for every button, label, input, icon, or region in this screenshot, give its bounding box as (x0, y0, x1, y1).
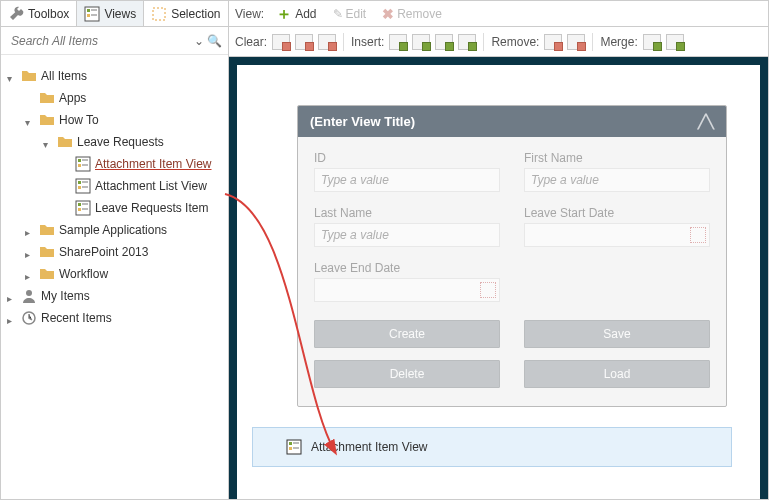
remove-view-button[interactable]: ✖Remove (378, 4, 446, 24)
btn-label: Remove (397, 7, 442, 21)
svg-rect-20 (82, 208, 88, 210)
tree-leave-requests[interactable]: Leave Requests (41, 131, 224, 153)
load-button[interactable]: Load (524, 360, 710, 388)
tree-label: SharePoint 2013 (59, 245, 148, 259)
tree: All Items Apps How To Leave Requests Att… (1, 55, 228, 499)
svg-rect-27 (293, 447, 299, 449)
clear-col-icon[interactable] (295, 34, 313, 50)
tab-label: Toolbox (28, 7, 69, 21)
insert-col-right-icon[interactable] (458, 34, 476, 50)
tree-sample-apps[interactable]: Sample Applications (23, 219, 224, 241)
tree-apps[interactable]: Apps (23, 87, 224, 109)
tree-attachment-item-view[interactable]: Attachment Item View (59, 153, 224, 175)
search-row: ⌄ 🔍 (1, 27, 228, 55)
remove-row-icon[interactable] (544, 34, 562, 50)
clear-label: Clear: (235, 35, 267, 49)
merge-down-icon[interactable] (666, 34, 684, 50)
tree-label: Attachment List View (95, 179, 207, 193)
edit-view-button[interactable]: ✎Edit (329, 5, 371, 23)
folder-icon (39, 112, 55, 128)
save-button[interactable]: Save (524, 320, 710, 348)
id-input[interactable] (314, 168, 500, 192)
tab-label: Selection (171, 7, 220, 21)
tab-selection[interactable]: Selection (144, 1, 228, 26)
svg-rect-17 (78, 203, 81, 206)
btn-label: Add (295, 7, 316, 21)
selection-icon (151, 6, 167, 22)
clear-row-icon[interactable] (272, 34, 290, 50)
tree-all-items[interactable]: All Items (5, 65, 224, 87)
svg-rect-19 (82, 203, 88, 205)
folder-icon (39, 90, 55, 106)
insert-col-left-icon[interactable] (435, 34, 453, 50)
add-view-button[interactable]: ＋Add (272, 5, 320, 23)
tree-label: Workflow (59, 267, 108, 281)
tree-attachment-list-view[interactable]: Attachment List View (59, 175, 224, 197)
search-icon[interactable]: 🔍 (206, 34, 222, 48)
insert-row-below-icon[interactable] (412, 34, 430, 50)
tree-sharepoint[interactable]: SharePoint 2013 (23, 241, 224, 263)
clear-cell-icon[interactable] (318, 34, 336, 50)
tree-label: Leave Requests (77, 135, 164, 149)
label: ID (314, 151, 500, 165)
svg-rect-10 (82, 164, 88, 166)
svg-point-21 (26, 290, 32, 296)
merge-right-icon[interactable] (643, 34, 661, 50)
tree-label: Recent Items (41, 311, 112, 325)
label: Leave End Date (314, 261, 500, 275)
left-tabstrip: Toolbox Views Selection (1, 1, 228, 27)
collapse-icon[interactable]: ╱╲ (698, 114, 714, 129)
tab-toolbox[interactable]: Toolbox (1, 1, 77, 26)
tree-recent-items[interactable]: Recent Items (5, 307, 224, 329)
view-title-bar[interactable]: (Enter View Title) ╱╲ (298, 106, 726, 137)
tree-workflow[interactable]: Workflow (23, 263, 224, 285)
view-icon (283, 436, 305, 458)
tree-howto[interactable]: How To (23, 109, 224, 131)
folder-icon (57, 134, 73, 150)
first-name-input[interactable] (524, 168, 710, 192)
svg-rect-13 (78, 186, 81, 189)
folder-icon (39, 222, 55, 238)
delete-button[interactable]: Delete (314, 360, 500, 388)
tab-label: Views (104, 7, 136, 21)
tree-leave-requests-item[interactable]: Leave Requests Item (59, 197, 224, 219)
plus-icon: ＋ (276, 8, 292, 20)
view-title-text: (Enter View Title) (310, 114, 415, 129)
drop-zone[interactable]: Attachment Item View (252, 427, 732, 467)
svg-rect-2 (87, 14, 90, 17)
svg-rect-15 (82, 186, 88, 188)
view-label: View: (235, 7, 264, 21)
field-first-name: First Name (524, 151, 710, 192)
search-input[interactable] (9, 33, 192, 49)
views-icon (84, 6, 100, 22)
tree-label: How To (59, 113, 99, 127)
field-leave-end: Leave End Date (314, 261, 500, 302)
design-canvas[interactable]: (Enter View Title) ╱╲ ID First Name Last… (237, 65, 760, 499)
leave-end-input[interactable] (314, 278, 500, 302)
pencil-icon: ✎ (333, 7, 343, 21)
svg-rect-3 (91, 9, 97, 11)
remove-col-icon[interactable] (567, 34, 585, 50)
svg-rect-26 (293, 442, 299, 444)
folder-icon (21, 68, 37, 84)
wrench-icon (8, 6, 24, 22)
leave-start-input[interactable] (524, 223, 710, 247)
tree-label: Leave Requests Item (95, 201, 208, 215)
chevron-down-icon[interactable]: ⌄ (192, 34, 206, 48)
tree-label: All Items (41, 69, 87, 83)
svg-rect-5 (153, 8, 165, 20)
svg-rect-1 (87, 9, 90, 12)
folder-icon (39, 244, 55, 260)
view-icon (75, 156, 91, 172)
merge-label: Merge: (600, 35, 637, 49)
label: Leave Start Date (524, 206, 710, 220)
create-button[interactable]: Create (314, 320, 500, 348)
insert-row-above-icon[interactable] (389, 34, 407, 50)
field-leave-start: Leave Start Date (524, 206, 710, 247)
last-name-input[interactable] (314, 223, 500, 247)
tab-views[interactable]: Views (77, 1, 144, 26)
tree-my-items[interactable]: My Items (5, 285, 224, 307)
svg-rect-12 (78, 181, 81, 184)
view-card[interactable]: (Enter View Title) ╱╲ ID First Name Last… (297, 105, 727, 407)
remove-label: Remove: (491, 35, 539, 49)
